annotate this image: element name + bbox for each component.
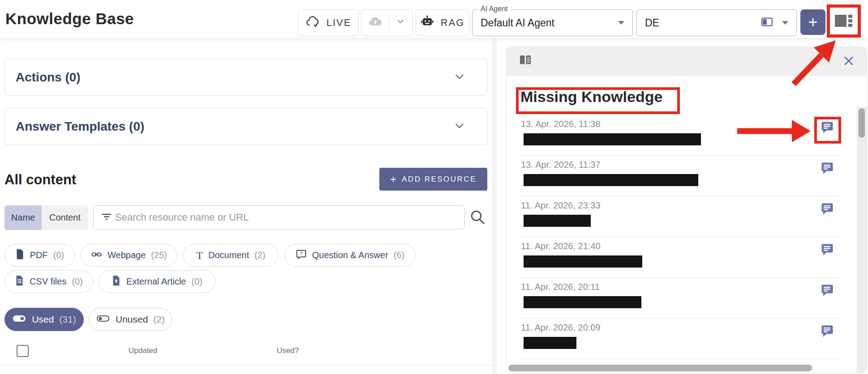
vertical-scrollbar-track[interactable] — [857, 106, 867, 373]
entry-date: 11. Apr. 2026, 21:40 — [521, 241, 601, 251]
entry-date: 11. Apr. 2026, 20:09 — [521, 323, 601, 333]
panel-divider — [493, 38, 497, 374]
language-select-value: DE — [645, 17, 761, 29]
external-file-icon — [112, 275, 121, 288]
used-filter-toggle[interactable]: Used (31) — [4, 308, 84, 331]
filter-chip-document[interactable]: T Document (2) — [183, 244, 279, 267]
cloud-upload-button[interactable] — [361, 9, 413, 36]
rag-button[interactable]: RAG — [416, 9, 469, 36]
language-select[interactable]: DE — [636, 9, 797, 36]
filter-chip-label: External Article — [126, 276, 186, 287]
redacted-text — [524, 133, 701, 145]
column-header-used: Used? — [277, 346, 299, 355]
unused-toggle-label: Unused — [116, 314, 148, 325]
filter-chip-count: (0) — [72, 276, 82, 287]
chevron-down-icon — [454, 71, 465, 84]
filter-chip-question-answer[interactable]: ? Question & Answer (6) — [284, 244, 416, 267]
plus-icon: + — [390, 173, 396, 186]
side-panel-toggle-button[interactable] — [833, 11, 854, 32]
missing-knowledge-panel: Missing Knowledge 13. Apr. 2026, 11:38 1… — [506, 47, 867, 373]
cloud-upload-icon — [368, 16, 382, 30]
redacted-text — [524, 337, 576, 349]
search-input[interactable] — [115, 212, 464, 223]
select-all-checkbox[interactable] — [17, 345, 29, 357]
toggle-off-icon — [96, 314, 110, 325]
close-panel-button[interactable] — [842, 55, 855, 68]
message-bubble-icon[interactable] — [821, 284, 834, 299]
redacted-text — [524, 174, 698, 186]
tab-content[interactable]: Content — [42, 205, 88, 230]
missing-knowledge-title: Missing Knowledge — [520, 88, 662, 106]
top-bar: Knowledge Base LIVE RAG AI Agent Default… — [0, 0, 868, 38]
open-book-icon — [518, 54, 533, 68]
redacted-text — [524, 215, 591, 227]
used-toggle-label: Used — [32, 314, 54, 325]
missing-knowledge-list: 13. Apr. 2026, 11:38 13. Apr. 2026, 11:3… — [520, 115, 843, 359]
list-item[interactable]: 11. Apr. 2026, 20:09 — [520, 319, 843, 359]
answer-templates-accordion[interactable]: Answer Templates (0) — [4, 108, 487, 145]
list-item[interactable]: 11. Apr. 2026, 23:33 — [520, 196, 843, 237]
missing-knowledge-panel-header — [507, 47, 867, 76]
filter-chip-pdf[interactable]: PDF (0) — [4, 244, 75, 267]
unused-filter-toggle[interactable]: Unused (2) — [89, 308, 172, 331]
entry-date: 13. Apr. 2026, 11:37 — [521, 160, 601, 170]
csv-file-icon — [15, 275, 24, 288]
rag-button-label: RAG — [441, 17, 465, 29]
entry-date: 11. Apr. 2026, 23:33 — [521, 200, 601, 211]
filter-icon — [101, 211, 112, 224]
page-title: Knowledge Base — [5, 10, 134, 28]
link-icon — [91, 249, 102, 262]
cloud-sync-icon — [305, 15, 320, 30]
message-bubble-icon[interactable] — [821, 325, 834, 340]
used-toggle-count: (31) — [59, 314, 76, 325]
list-item[interactable]: 11. Apr. 2026, 20:11 — [520, 278, 843, 319]
filter-chip-label: CSV files — [30, 276, 66, 287]
horizontal-scrollbar-thumb[interactable] — [508, 365, 812, 371]
tab-name[interactable]: Name — [4, 205, 42, 230]
list-item[interactable]: 13. Apr. 2026, 11:38 — [520, 115, 843, 156]
message-bubble-icon[interactable] — [821, 243, 834, 258]
search-mode-tabs: Name Content — [4, 205, 88, 230]
add-resource-button-label: ADD RESOURCE — [402, 175, 477, 184]
svg-text:?: ? — [300, 251, 302, 256]
filter-chip-csv[interactable]: CSV files (0) — [4, 270, 93, 293]
filter-chip-count: (2) — [254, 250, 265, 260]
chevron-down-icon[interactable] — [395, 17, 405, 29]
live-button[interactable]: LIVE — [298, 9, 359, 36]
all-content-heading: All content — [4, 172, 76, 188]
close-icon — [842, 62, 855, 68]
filter-chip-count: (25) — [151, 250, 167, 260]
live-button-label: LIVE — [327, 17, 352, 29]
entry-date: 13. Apr. 2026, 11:38 — [521, 119, 601, 129]
filter-chip-count: (6) — [394, 250, 404, 260]
filter-chip-count: (0) — [53, 250, 64, 260]
filter-chip-label: Webpage — [107, 250, 146, 260]
table-header-divider — [0, 365, 493, 366]
filter-chip-count: (0) — [191, 276, 202, 287]
pdf-file-icon — [15, 249, 25, 262]
vertical-scrollbar-thumb[interactable] — [859, 108, 865, 138]
unused-toggle-count: (2) — [153, 314, 165, 325]
layout-panel-icon — [834, 11, 853, 32]
message-bubble-icon[interactable] — [821, 162, 834, 177]
card-layout-icon — [761, 17, 773, 29]
list-item[interactable]: 13. Apr. 2026, 11:37 — [520, 156, 843, 196]
add-resource-button[interactable]: + ADD RESOURCE — [379, 168, 487, 191]
filter-chip-webpage[interactable]: Webpage (25) — [81, 244, 177, 267]
actions-accordion[interactable]: Actions (0) — [4, 59, 487, 96]
add-button[interactable]: + — [800, 9, 825, 35]
message-bubble-icon[interactable] — [821, 121, 834, 136]
caret-down-icon — [618, 21, 624, 25]
ai-agent-select[interactable]: AI Agent Default AI Agent — [472, 9, 633, 36]
answer-templates-accordion-label: Answer Templates (0) — [16, 119, 454, 134]
message-bubble-icon[interactable] — [821, 203, 834, 217]
robot-icon — [421, 15, 434, 31]
redacted-text — [524, 255, 642, 268]
search-icon[interactable] — [469, 209, 486, 226]
question-bubble-icon: ? — [296, 249, 307, 262]
column-header-updated: Updated — [129, 346, 157, 355]
filter-chip-external-article[interactable]: External Article (0) — [99, 270, 215, 293]
filter-chip-label: Document — [208, 250, 249, 260]
text-icon: T — [196, 251, 203, 260]
list-item[interactable]: 11. Apr. 2026, 21:40 — [520, 237, 843, 278]
